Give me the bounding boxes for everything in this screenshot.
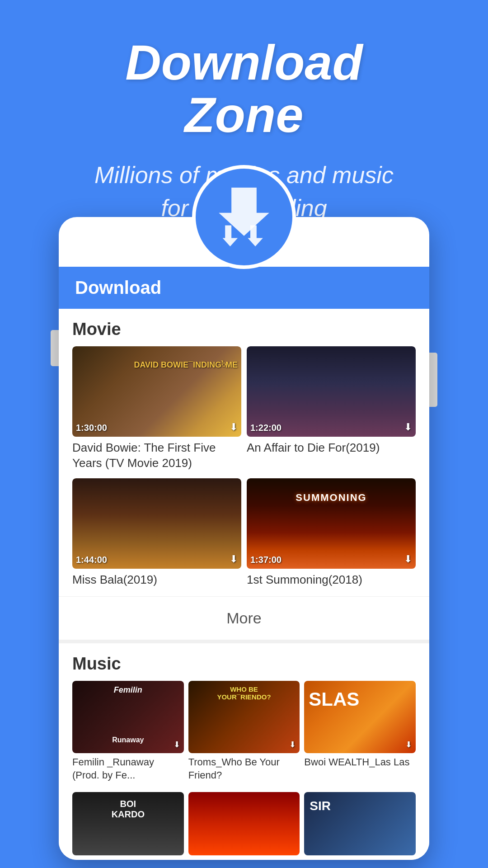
music-1-title: Femilin _Runaway (Prod. by Fe... — [72, 753, 184, 783]
movie-card-3[interactable]: 1:44:00 ⬇ Miss Bala(2019) — [72, 478, 241, 590]
movie-section: Movie 1:30:00 ⬇ David Bowie: The First F… — [59, 309, 429, 640]
download-header-bar: Download — [59, 267, 429, 309]
movie-1-title: David Bowie: The First Five Years (TV Mo… — [72, 437, 241, 473]
movie-2-download-icon[interactable]: ⬇ — [404, 421, 412, 433]
phone-side-right-button — [429, 353, 437, 407]
music-section: Music ⬇ Femilin _Runaway (Prod. by Fe...… — [59, 640, 429, 859]
movie-1-duration: 1:30:00 — [76, 423, 107, 433]
movie-3-title: Miss Bala(2019) — [72, 569, 241, 590]
music-section-title: Music — [59, 643, 429, 681]
movie-1-download-icon[interactable]: ⬇ — [230, 421, 238, 433]
movie-card-1[interactable]: 1:30:00 ⬇ David Bowie: The First Five Ye… — [72, 346, 241, 473]
movie-thumb-1: 1:30:00 ⬇ — [72, 346, 241, 437]
movie-2-title: An Affair to Die For(2019) — [247, 437, 416, 458]
music-grid: ⬇ Femilin _Runaway (Prod. by Fe... ⬇ Tro… — [59, 681, 429, 792]
movie-section-title: Movie — [59, 309, 429, 346]
bottom-thumb-2[interactable] — [188, 792, 300, 855]
download-icon-circle — [192, 165, 296, 269]
music-card-3[interactable]: ⬇ Bwoi WEALTH_Las Las — [304, 681, 416, 783]
download-svg-icon — [215, 188, 273, 246]
movie-4-duration: 1:37:00 — [250, 555, 282, 565]
music-card-1[interactable]: ⬇ Femilin _Runaway (Prod. by Fe... — [72, 681, 184, 783]
music-2-download-icon[interactable]: ⬇ — [289, 740, 296, 750]
bottom-thumb-1[interactable] — [72, 792, 184, 855]
movie-3-download-icon[interactable]: ⬇ — [230, 553, 238, 565]
movie-card-4[interactable]: 1:37:00 ⬇ 1st Summoning(2018) — [247, 478, 416, 590]
download-arrows-icon — [217, 188, 271, 246]
more-movies-button[interactable]: More — [59, 596, 429, 640]
phone-mock: Download Movie 1:30:00 ⬇ David Bowie: Th… — [59, 217, 429, 860]
movie-thumb-3: 1:44:00 ⬇ — [72, 478, 241, 569]
movie-grid: 1:30:00 ⬇ David Bowie: The First Five Ye… — [59, 346, 429, 589]
movie-thumb-4: 1:37:00 ⬇ — [247, 478, 416, 569]
svg-marker-1 — [223, 226, 238, 246]
music-1-download-icon[interactable]: ⬇ — [174, 740, 180, 750]
phone-container: Download Movie 1:30:00 ⬇ David Bowie: Th… — [59, 217, 429, 860]
download-header-label: Download — [75, 278, 161, 297]
content-area: Movie 1:30:00 ⬇ David Bowie: The First F… — [59, 309, 429, 860]
movie-4-title: 1st Summoning(2018) — [247, 569, 416, 590]
phone-side-left-button — [51, 330, 59, 366]
movie-4-download-icon[interactable]: ⬇ — [404, 553, 412, 565]
music-3-title: Bwoi WEALTH_Las Las — [304, 753, 416, 770]
movie-card-2[interactable]: 1:22:00 ⬇ An Affair to Die For(2019) — [247, 346, 416, 473]
movie-thumb-2: 1:22:00 ⬇ — [247, 346, 416, 437]
music-thumb-2: ⬇ — [188, 681, 300, 753]
music-thumb-1: ⬇ — [72, 681, 184, 753]
music-3-download-icon[interactable]: ⬇ — [405, 740, 412, 750]
bottom-music-row — [59, 792, 429, 860]
music-card-2[interactable]: ⬇ Troms_Who Be Your Friend? — [188, 681, 300, 783]
movie-3-duration: 1:44:00 — [76, 555, 107, 565]
music-thumb-3: ⬇ — [304, 681, 416, 753]
bottom-thumb-3[interactable] — [304, 792, 416, 855]
music-2-title: Troms_Who Be Your Friend? — [188, 753, 300, 783]
hero-title: Download Zone — [18, 36, 470, 141]
movie-2-duration: 1:22:00 — [250, 423, 282, 433]
